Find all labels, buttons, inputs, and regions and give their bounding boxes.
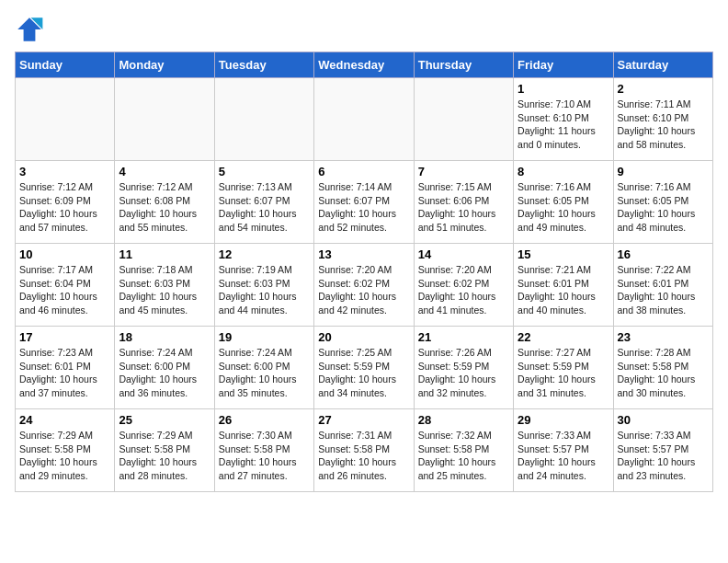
- calendar-cell: 24Sunrise: 7:29 AM Sunset: 5:58 PM Dayli…: [16, 409, 115, 492]
- weekday-header: Tuesday: [214, 52, 313, 78]
- calendar-cell: 14Sunrise: 7:20 AM Sunset: 6:02 PM Dayli…: [414, 244, 513, 327]
- day-number: 7: [418, 165, 509, 178]
- day-number: 5: [219, 165, 310, 178]
- day-info: Sunrise: 7:14 AM Sunset: 6:07 PM Dayligh…: [318, 180, 409, 235]
- day-number: 26: [219, 413, 310, 427]
- header: [15, 15, 713, 44]
- calendar-cell: 9Sunrise: 7:16 AM Sunset: 6:05 PM Daylig…: [613, 161, 712, 244]
- day-info: Sunrise: 7:31 AM Sunset: 5:58 PM Dayligh…: [318, 429, 409, 483]
- calendar-cell: 10Sunrise: 7:17 AM Sunset: 6:04 PM Dayli…: [16, 244, 115, 327]
- day-info: Sunrise: 7:30 AM Sunset: 5:58 PM Dayligh…: [219, 429, 310, 483]
- day-number: 22: [518, 330, 609, 344]
- day-number: 15: [518, 247, 609, 261]
- day-info: Sunrise: 7:25 AM Sunset: 5:59 PM Dayligh…: [318, 346, 409, 400]
- day-number: 10: [19, 247, 110, 261]
- day-number: 16: [618, 247, 709, 261]
- day-number: 23: [618, 330, 709, 344]
- day-number: 24: [19, 413, 110, 427]
- day-info: Sunrise: 7:16 AM Sunset: 6:05 PM Dayligh…: [618, 180, 709, 235]
- calendar-cell: 20Sunrise: 7:25 AM Sunset: 5:59 PM Dayli…: [314, 327, 414, 409]
- calendar-cell: 11Sunrise: 7:18 AM Sunset: 6:03 PM Dayli…: [115, 244, 214, 327]
- calendar-cell: 26Sunrise: 7:30 AM Sunset: 5:58 PM Dayli…: [214, 409, 313, 492]
- day-number: 12: [219, 247, 310, 261]
- day-number: 11: [119, 247, 210, 261]
- day-info: Sunrise: 7:24 AM Sunset: 6:00 PM Dayligh…: [219, 346, 310, 400]
- day-info: Sunrise: 7:20 AM Sunset: 6:02 PM Dayligh…: [318, 263, 409, 317]
- calendar-cell: [314, 78, 414, 161]
- day-number: 14: [418, 247, 509, 261]
- day-info: Sunrise: 7:23 AM Sunset: 6:01 PM Dayligh…: [19, 346, 110, 400]
- day-number: 8: [518, 165, 609, 178]
- weekday-header: Wednesday: [314, 52, 414, 78]
- day-info: Sunrise: 7:12 AM Sunset: 6:08 PM Dayligh…: [119, 180, 210, 235]
- day-info: Sunrise: 7:18 AM Sunset: 6:03 PM Dayligh…: [119, 263, 210, 317]
- calendar-cell: 25Sunrise: 7:29 AM Sunset: 5:58 PM Dayli…: [115, 409, 214, 492]
- day-number: 3: [19, 165, 110, 178]
- week-row: 1Sunrise: 7:10 AM Sunset: 6:10 PM Daylig…: [16, 78, 713, 161]
- day-info: Sunrise: 7:19 AM Sunset: 6:03 PM Dayligh…: [219, 263, 310, 317]
- day-info: Sunrise: 7:10 AM Sunset: 6:10 PM Dayligh…: [518, 98, 609, 152]
- week-row: 10Sunrise: 7:17 AM Sunset: 6:04 PM Dayli…: [16, 244, 713, 327]
- day-info: Sunrise: 7:16 AM Sunset: 6:05 PM Dayligh…: [518, 180, 609, 235]
- calendar-cell: 13Sunrise: 7:20 AM Sunset: 6:02 PM Dayli…: [314, 244, 414, 327]
- day-number: 28: [418, 413, 509, 427]
- logo: [15, 15, 48, 44]
- day-info: Sunrise: 7:28 AM Sunset: 5:58 PM Dayligh…: [618, 346, 709, 400]
- day-number: 13: [318, 247, 409, 261]
- calendar-cell: 18Sunrise: 7:24 AM Sunset: 6:00 PM Dayli…: [115, 327, 214, 409]
- day-info: Sunrise: 7:26 AM Sunset: 5:59 PM Dayligh…: [418, 346, 509, 400]
- day-info: Sunrise: 7:11 AM Sunset: 6:10 PM Dayligh…: [618, 98, 709, 152]
- day-info: Sunrise: 7:24 AM Sunset: 6:00 PM Dayligh…: [119, 346, 210, 400]
- logo-icon: [15, 15, 44, 44]
- day-info: Sunrise: 7:20 AM Sunset: 6:02 PM Dayligh…: [418, 263, 509, 317]
- week-row: 3Sunrise: 7:12 AM Sunset: 6:09 PM Daylig…: [16, 161, 713, 244]
- calendar-cell: 21Sunrise: 7:26 AM Sunset: 5:59 PM Dayli…: [414, 327, 513, 409]
- day-info: Sunrise: 7:15 AM Sunset: 6:06 PM Dayligh…: [418, 180, 509, 235]
- day-info: Sunrise: 7:21 AM Sunset: 6:01 PM Dayligh…: [518, 263, 609, 317]
- calendar-cell: 30Sunrise: 7:33 AM Sunset: 5:57 PM Dayli…: [613, 409, 712, 492]
- calendar-cell: 12Sunrise: 7:19 AM Sunset: 6:03 PM Dayli…: [214, 244, 313, 327]
- calendar-cell: 2Sunrise: 7:11 AM Sunset: 6:10 PM Daylig…: [613, 78, 712, 161]
- calendar-cell: 8Sunrise: 7:16 AM Sunset: 6:05 PM Daylig…: [514, 161, 613, 244]
- calendar-cell: [214, 78, 313, 161]
- calendar-cell: 22Sunrise: 7:27 AM Sunset: 5:59 PM Dayli…: [514, 327, 613, 409]
- calendar-cell: 6Sunrise: 7:14 AM Sunset: 6:07 PM Daylig…: [314, 161, 414, 244]
- weekday-header: Thursday: [414, 52, 513, 78]
- calendar-cell: 29Sunrise: 7:33 AM Sunset: 5:57 PM Dayli…: [514, 409, 613, 492]
- day-info: Sunrise: 7:29 AM Sunset: 5:58 PM Dayligh…: [19, 429, 110, 483]
- week-row: 17Sunrise: 7:23 AM Sunset: 6:01 PM Dayli…: [16, 327, 713, 409]
- day-info: Sunrise: 7:12 AM Sunset: 6:09 PM Dayligh…: [19, 180, 110, 235]
- day-number: 30: [618, 413, 709, 427]
- day-number: 18: [119, 330, 210, 344]
- day-number: 20: [318, 330, 409, 344]
- day-info: Sunrise: 7:22 AM Sunset: 6:01 PM Dayligh…: [618, 263, 709, 317]
- calendar-cell: 15Sunrise: 7:21 AM Sunset: 6:01 PM Dayli…: [514, 244, 613, 327]
- day-info: Sunrise: 7:33 AM Sunset: 5:57 PM Dayligh…: [618, 429, 709, 483]
- calendar-cell: [414, 78, 513, 161]
- day-info: Sunrise: 7:29 AM Sunset: 5:58 PM Dayligh…: [119, 429, 210, 483]
- calendar-cell: 17Sunrise: 7:23 AM Sunset: 6:01 PM Dayli…: [16, 327, 115, 409]
- day-number: 29: [518, 413, 609, 427]
- calendar-cell: 19Sunrise: 7:24 AM Sunset: 6:00 PM Dayli…: [214, 327, 313, 409]
- day-number: 25: [119, 413, 210, 427]
- calendar-cell: [115, 78, 214, 161]
- day-number: 2: [618, 82, 709, 96]
- calendar-cell: 1Sunrise: 7:10 AM Sunset: 6:10 PM Daylig…: [514, 78, 613, 161]
- weekday-header: Sunday: [16, 52, 115, 78]
- calendar: SundayMondayTuesdayWednesdayThursdayFrid…: [15, 52, 713, 492]
- day-number: 21: [418, 330, 509, 344]
- day-number: 4: [119, 165, 210, 178]
- day-info: Sunrise: 7:13 AM Sunset: 6:07 PM Dayligh…: [219, 180, 310, 235]
- day-number: 19: [219, 330, 310, 344]
- calendar-cell: 23Sunrise: 7:28 AM Sunset: 5:58 PM Dayli…: [613, 327, 712, 409]
- weekday-header: Friday: [514, 52, 613, 78]
- calendar-cell: [16, 78, 115, 161]
- weekday-header: Monday: [115, 52, 214, 78]
- weekday-header: Saturday: [613, 52, 712, 78]
- day-info: Sunrise: 7:17 AM Sunset: 6:04 PM Dayligh…: [19, 263, 110, 317]
- day-info: Sunrise: 7:32 AM Sunset: 5:58 PM Dayligh…: [418, 429, 509, 483]
- day-number: 9: [618, 165, 709, 178]
- calendar-cell: 7Sunrise: 7:15 AM Sunset: 6:06 PM Daylig…: [414, 161, 513, 244]
- day-number: 1: [518, 82, 609, 96]
- calendar-cell: 5Sunrise: 7:13 AM Sunset: 6:07 PM Daylig…: [214, 161, 313, 244]
